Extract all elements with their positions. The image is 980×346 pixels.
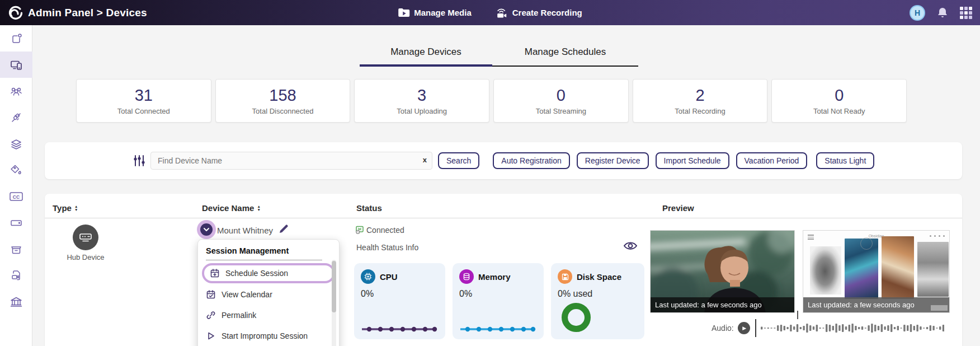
audio-play-button[interactable]: ▶ <box>738 322 750 334</box>
stat-value: 0 <box>557 86 566 105</box>
health-card-value: 0% <box>361 289 439 299</box>
device-stats-row: 31 Total Connected 158 Total Disconnecte… <box>76 79 907 123</box>
dashboard-icon <box>10 32 22 45</box>
status-light-button[interactable]: Status Light <box>816 152 874 169</box>
tab-manage-devices[interactable]: Manage Devices <box>360 46 492 67</box>
menu-item-start-impromptu-session[interactable]: Start Impromptu Session <box>206 326 331 345</box>
cpu-chip-icon <box>361 269 375 284</box>
users-icon <box>10 85 23 97</box>
connected-status-icon <box>355 225 365 235</box>
column-header-status: Status <box>356 203 382 213</box>
sidebar-item-branding[interactable] <box>0 157 32 183</box>
stat-total-uploading: 3 Total Uploading <box>354 79 489 123</box>
left-sidebar: CC <box>0 25 32 346</box>
stat-label: Total Recording <box>675 107 725 115</box>
stat-value: 158 <box>269 86 296 105</box>
manage-media-label: Manage Media <box>414 8 472 17</box>
sidebar-item-users[interactable] <box>0 78 32 104</box>
devices-table: Type ▲▼ Device Name ▲▼ Status Preview <box>45 194 962 346</box>
sort-icon[interactable]: ▲▼ <box>74 205 78 211</box>
table-header-row: Type ▲▼ Device Name ▲▼ Status Preview <box>45 194 962 218</box>
menu-item-label: View Calendar <box>222 290 272 299</box>
manage-media-button[interactable]: Manage Media <box>398 8 472 18</box>
app-grid-icon[interactable] <box>960 7 972 19</box>
cpu-sparkline <box>360 324 439 334</box>
notifications-bell-icon[interactable] <box>937 7 948 18</box>
filter-sliders-icon[interactable] <box>133 154 145 167</box>
stat-value: 3 <box>417 86 426 105</box>
user-avatar[interactable]: H <box>910 5 925 21</box>
audio-cursor[interactable] <box>755 319 756 337</box>
stat-total-streaming: 0 Total Streaming <box>493 79 629 123</box>
menu-item-schedule-session[interactable]: Schedule Session <box>202 263 335 283</box>
health-card-title: CPU <box>380 272 398 282</box>
create-recording-button[interactable]: Create Recording <box>495 7 582 18</box>
media-file-icon <box>10 269 22 282</box>
edit-pencil-icon[interactable] <box>279 224 289 234</box>
stat-total-recording: 2 Total Recording <box>633 79 768 123</box>
sidebar-item-dashboard[interactable] <box>0 25 32 52</box>
sidebar-item-layers[interactable] <box>0 130 32 157</box>
stat-label: Total Not Ready <box>813 107 865 115</box>
stat-label: Total Uploading <box>397 107 447 115</box>
stat-label: Total Connected <box>117 107 170 115</box>
preview-eye-icon[interactable] <box>623 240 638 251</box>
create-recording-label: Create Recording <box>512 8 582 17</box>
stat-value: 0 <box>835 86 844 105</box>
clear-search-icon[interactable]: x <box>423 156 427 164</box>
column-header-type[interactable]: Type ▲▼ <box>53 203 78 213</box>
search-button[interactable]: Search <box>438 152 479 169</box>
top-header-bar: Admin Panel > Devices Manage Media Creat… <box>0 0 980 25</box>
menu-item-label: Schedule Session <box>225 269 288 278</box>
search-input[interactable] <box>150 152 432 170</box>
sidebar-item-archive[interactable] <box>0 236 32 262</box>
import-schedule-button[interactable]: Import Schedule <box>656 152 729 169</box>
sidebar-item-integrations[interactable] <box>0 104 32 130</box>
auto-registration-button[interactable]: Auto Registration <box>493 152 569 169</box>
stat-label: Total Streaming <box>536 107 586 115</box>
health-card-cpu: CPU 0% <box>354 263 445 339</box>
thumbnail-caption: Last updated: a few seconds ago <box>803 297 949 312</box>
mineral-image-4 <box>917 242 949 297</box>
preview-divider <box>797 311 798 319</box>
sidebar-item-captions[interactable]: CC <box>0 183 32 209</box>
health-card-title: Disk Space <box>577 272 621 282</box>
vacation-period-button[interactable]: Vacation Period <box>736 152 808 169</box>
health-card-memory: Memory 0% <box>453 263 544 339</box>
register-device-button[interactable]: Register Device <box>577 152 649 169</box>
sidebar-item-devices[interactable] <box>0 52 32 78</box>
memory-sparkline <box>458 324 537 334</box>
health-status-info-label: Health Status Info <box>356 243 418 252</box>
health-card-value: 0% used <box>558 289 638 299</box>
disk-floppy-icon <box>558 269 572 284</box>
session-management-menu: Session Management Schedule Session View… <box>197 239 340 346</box>
stat-value: 2 <box>695 86 704 105</box>
health-card-value: 0% <box>459 289 537 299</box>
menu-item-permalink[interactable]: Permalink <box>206 306 331 325</box>
device-actions-chevron-button[interactable] <box>200 223 213 236</box>
menu-item-view-calendar[interactable]: View Calendar <box>206 285 331 304</box>
column-header-preview: Preview <box>662 203 694 213</box>
menu-scrollbar-thumb[interactable] <box>332 261 336 312</box>
devices-icon <box>10 59 23 71</box>
sidebar-item-institution[interactable] <box>0 288 32 315</box>
stat-label: Total Disconnected <box>252 107 314 115</box>
preview-screen-thumbnail[interactable]: Obsidian Last updated: a few seconds ago <box>803 230 950 313</box>
sidebar-item-media-files[interactable] <box>0 262 32 288</box>
tab-manage-schedules[interactable]: Manage Schedules <box>492 46 638 67</box>
sidebar-item-remote-recorder[interactable] <box>0 209 32 236</box>
device-name-text: Mount Whitney <box>217 226 273 235</box>
zoom-circle-overlay <box>860 237 873 250</box>
health-cards-row: CPU 0% <box>354 263 644 339</box>
column-header-device-name[interactable]: Device Name ▲▼ <box>202 203 261 213</box>
preview-video-thumbnail[interactable]: Last updated: a few seconds ago <box>650 230 795 313</box>
device-type-label: Hub Device <box>55 253 116 261</box>
sort-icon[interactable]: ▲▼ <box>257 205 260 211</box>
audio-preview-row: Audio: ▶ <box>712 319 944 338</box>
audio-label: Audio: <box>712 324 734 333</box>
hub-device-icon <box>73 225 98 250</box>
calendar-plus-icon <box>210 268 220 278</box>
svg-text:CC: CC <box>13 194 20 199</box>
status-text: Connected <box>366 226 404 235</box>
app-logo-icon[interactable] <box>8 5 23 21</box>
